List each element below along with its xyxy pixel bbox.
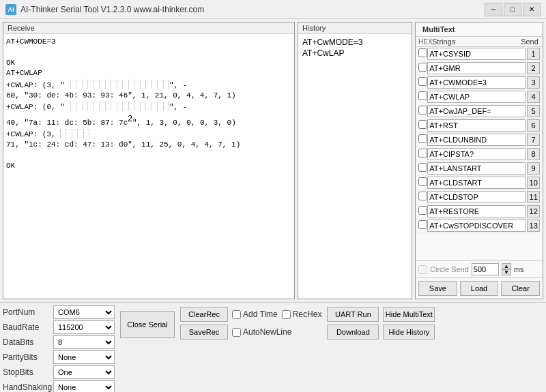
spin-up[interactable]: ▲ — [502, 263, 511, 269]
circle-send-spinner[interactable]: ▲ ▼ — [502, 263, 511, 275]
spin-down[interactable]: ▼ — [502, 269, 511, 275]
col-strings-header: Strings — [432, 37, 519, 46]
multitext-row: 11 — [416, 190, 543, 205]
multitext-row: 9 — [416, 162, 543, 176]
mt-checkbox-9[interactable] — [418, 177, 427, 188]
multitext-row: 13 — [416, 219, 543, 233]
mt-send-btn-0[interactable]: 1 — [527, 48, 540, 60]
portnum-select[interactable]: COM6 — [53, 305, 115, 319]
mt-checkbox-1[interactable] — [418, 63, 427, 74]
multitext-row: 10 — [416, 176, 543, 190]
app-icon: AI — [5, 4, 16, 15]
clear-rec-button[interactable]: ClearRec — [180, 307, 228, 322]
stopbits-label: StopBits — [3, 365, 51, 379]
mt-text-input-1[interactable] — [427, 62, 526, 74]
mt-send-btn-10[interactable]: 11 — [527, 191, 540, 203]
mt-send-btn-8[interactable]: 9 — [527, 162, 540, 175]
mt-checkbox-8[interactable] — [418, 163, 427, 174]
maximize-button[interactable]: □ — [504, 3, 521, 16]
mt-send-btn-12[interactable]: 13 — [527, 220, 540, 232]
mt-send-btn-6[interactable]: 7 — [527, 134, 540, 146]
auto-newline-checkbox[interactable] — [232, 328, 241, 337]
mt-text-input-4[interactable] — [427, 105, 526, 117]
history-content[interactable]: AT+CwMODE=3 AT+CwLAP — [298, 34, 412, 299]
mt-send-btn-7[interactable]: 8 — [527, 148, 540, 160]
col-send-header: Send — [519, 37, 540, 46]
mt-checkbox-12[interactable] — [418, 220, 427, 231]
stopbits-select[interactable]: One — [53, 365, 115, 379]
multitext-row: 4 — [416, 90, 543, 104]
mt-send-btn-5[interactable]: 6 — [527, 119, 540, 132]
mt-text-input-0[interactable] — [427, 48, 526, 60]
hide-multitext-button[interactable]: Hide MultiText — [383, 307, 435, 322]
mt-text-input-3[interactable] — [427, 91, 526, 103]
databits-select[interactable]: 8 — [53, 335, 115, 349]
main-content: Receive AT+CWMODE=3 OK AT+CWLAP +CWLAP: … — [0, 19, 546, 302]
mt-text-input-8[interactable] — [427, 162, 526, 175]
add-time-label[interactable]: Add Time — [232, 310, 278, 319]
port-settings: PortNum COM6 BaudRate 115200 DataBits 8 … — [3, 305, 115, 392]
auto-newline-text: AutoNewLine — [243, 327, 291, 337]
middle-controls: ClearRec Add Time RecHex SaveRec AutoNew… — [180, 307, 321, 340]
multitext-panel: MultiText HEX Strings Send 1 2 3 — [415, 22, 543, 299]
auto-newline-label[interactable]: AutoNewLine — [232, 327, 291, 337]
middle-row1: ClearRec Add Time RecHex — [180, 307, 321, 322]
history-item[interactable]: AT+CwLAP — [301, 48, 409, 59]
titlebar-left: AI AI-Thinker Serial Tool V1.2.3.0 www.a… — [5, 4, 204, 15]
mt-text-input-5[interactable] — [427, 119, 526, 132]
circle-send-row: Circle Send ▲ ▼ ms — [416, 260, 543, 277]
receive-content[interactable]: AT+CWMODE=3 OK AT+CWLAP +CWLAP: (3, "███… — [3, 34, 294, 299]
add-time-checkbox[interactable] — [232, 310, 241, 319]
multitext-rows: 1 2 3 4 5 — [416, 47, 543, 260]
load-button[interactable]: Load — [460, 281, 499, 296]
mt-send-btn-1[interactable]: 2 — [527, 62, 540, 74]
mt-checkbox-0[interactable] — [418, 48, 427, 59]
mt-text-input-2[interactable] — [427, 76, 526, 89]
multitext-row: 1 — [416, 47, 543, 61]
clear-button[interactable]: Clear — [501, 281, 540, 296]
multitext-row: 6 — [416, 119, 543, 133]
col-hex-header: HEX — [418, 38, 432, 46]
baudrate-label: BaudRate — [3, 320, 51, 334]
mt-checkbox-10[interactable] — [418, 192, 427, 202]
mt-checkbox-6[interactable] — [418, 134, 427, 145]
right-controls: UART Run Hide MultiText Download Hide Hi… — [327, 307, 435, 340]
handshaking-select[interactable]: None — [53, 380, 115, 392]
rec-hex-label[interactable]: RecHex — [282, 310, 322, 319]
close-button[interactable]: ✕ — [523, 3, 541, 16]
mt-text-input-9[interactable] — [427, 177, 526, 189]
mt-send-btn-11[interactable]: 12 — [527, 205, 540, 217]
mt-text-input-7[interactable] — [427, 148, 526, 160]
uart-run-button[interactable]: UART Run — [327, 307, 379, 322]
close-serial-button[interactable]: Close Serial — [120, 311, 175, 338]
mt-checkbox-7[interactable] — [418, 149, 427, 160]
mt-text-input-11[interactable] — [427, 205, 526, 217]
mt-checkbox-4[interactable] — [418, 106, 427, 117]
mt-send-btn-2[interactable]: 3 — [527, 76, 540, 89]
hide-history-button[interactable]: Hide History — [383, 325, 435, 340]
baudrate-select[interactable]: 115200 — [53, 320, 115, 334]
ms-label: ms — [514, 265, 524, 273]
save-button[interactable]: Save — [418, 281, 457, 296]
paritybits-select[interactable]: None — [53, 350, 115, 364]
circle-send-checkbox[interactable] — [418, 265, 427, 274]
multitext-row: 8 — [416, 147, 543, 162]
history-item[interactable]: AT+CwMODE=3 — [301, 37, 409, 48]
mt-checkbox-5[interactable] — [418, 120, 427, 131]
multitext-label: MultiText — [418, 24, 459, 35]
mt-text-input-10[interactable] — [427, 191, 526, 203]
mt-checkbox-3[interactable] — [418, 91, 427, 102]
middle-row2: SaveRec AutoNewLine — [180, 325, 321, 340]
mt-text-input-6[interactable] — [427, 134, 526, 146]
mt-text-input-12[interactable] — [427, 220, 526, 232]
mt-send-btn-4[interactable]: 5 — [527, 105, 540, 117]
rec-hex-checkbox[interactable] — [282, 310, 291, 319]
mt-checkbox-11[interactable] — [418, 206, 427, 217]
circle-send-input[interactable] — [472, 263, 499, 275]
save-rec-button[interactable]: SaveRec — [180, 325, 228, 340]
mt-send-btn-3[interactable]: 4 — [527, 91, 540, 103]
minimize-button[interactable]: ─ — [485, 3, 502, 16]
mt-checkbox-2[interactable] — [418, 77, 427, 88]
mt-send-btn-9[interactable]: 10 — [527, 177, 540, 189]
download-button[interactable]: Download — [327, 325, 379, 340]
